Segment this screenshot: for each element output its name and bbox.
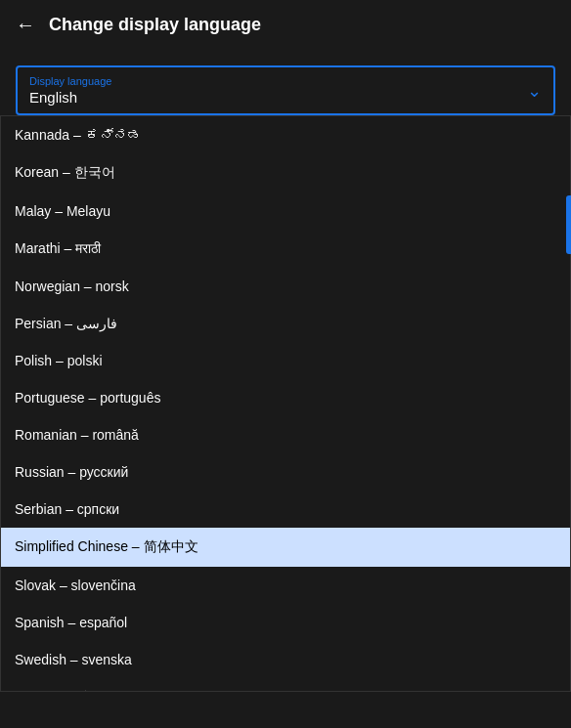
- dropdown-value: English: [29, 89, 542, 106]
- list-item[interactable]: Serbian – српски: [1, 491, 570, 528]
- list-item[interactable]: Persian – فارسی: [1, 305, 570, 342]
- list-item[interactable]: Simplified Chinese – 简体中文: [1, 528, 570, 567]
- list-item[interactable]: Norwegian – norsk: [1, 268, 570, 305]
- list-item[interactable]: Slovak – slovenčina: [1, 567, 570, 604]
- content-area: Display language English ⌄: [0, 50, 571, 115]
- list-item[interactable]: Spanish – español: [1, 604, 570, 641]
- list-item[interactable]: Portuguese – português: [1, 379, 570, 416]
- list-item[interactable]: Russian – русский: [1, 453, 570, 491]
- list-item[interactable]: Polish – polski: [1, 342, 570, 379]
- language-list[interactable]: Kannada – ಕನ್ನಡKorean – 한국어Malay – Melay…: [0, 115, 571, 692]
- list-item[interactable]: Tamil – தமிழ்: [1, 678, 570, 692]
- list-item[interactable]: Romanian – română: [1, 416, 570, 453]
- list-item[interactable]: Swedish – svenska: [1, 641, 570, 678]
- language-dropdown[interactable]: Display language English ⌄: [16, 65, 555, 115]
- side-accent: [566, 195, 571, 254]
- back-button[interactable]: ←: [16, 14, 35, 36]
- dropdown-label: Display language: [29, 75, 542, 87]
- page-title: Change display language: [49, 15, 261, 35]
- list-item[interactable]: Kannada – ಕನ್ನಡ: [1, 116, 570, 153]
- list-item[interactable]: Korean – 한국어: [1, 153, 570, 193]
- list-item[interactable]: Marathi – मराठी: [1, 230, 570, 268]
- chevron-down-icon: ⌄: [527, 80, 542, 102]
- list-item[interactable]: Malay – Melayu: [1, 193, 570, 230]
- page-header: ← Change display language: [0, 0, 571, 50]
